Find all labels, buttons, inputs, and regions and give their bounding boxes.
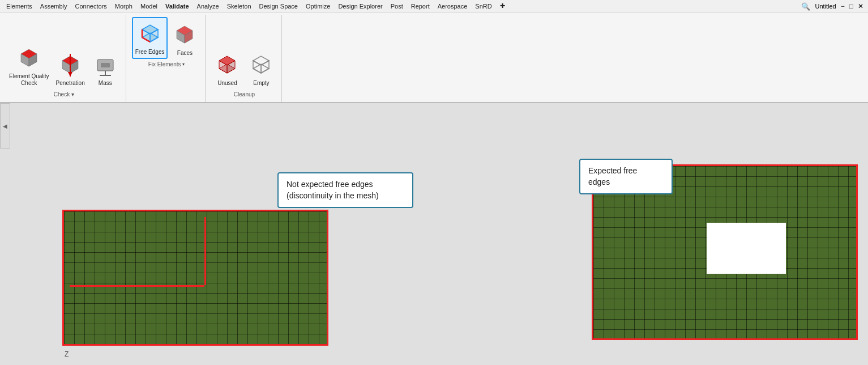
search-icon[interactable]: 🔍: [801, 2, 810, 11]
faces-icon: [171, 22, 198, 49]
mesh-left-grid: [62, 210, 328, 346]
mesh-hole: [707, 223, 786, 274]
discontinuity-horizontal-line: [70, 285, 204, 287]
free-edges-button[interactable]: Free Edges: [132, 17, 168, 59]
faces-label: Faces: [177, 50, 193, 57]
fix-elements-items: Free Edges Faces: [132, 17, 201, 59]
menu-design-space[interactable]: Design Space: [256, 2, 302, 11]
minimize-button[interactable]: −: [841, 2, 845, 10]
empty-button[interactable]: Empty: [245, 49, 277, 89]
mass-button[interactable]: Mass: [89, 49, 121, 89]
unused-button[interactable]: Unused: [211, 49, 243, 89]
fix-elements-group: Free Edges Faces Fix Elements ▾: [127, 15, 206, 102]
unused-label: Unused: [217, 80, 237, 87]
canvas-area: Not expected free edges (discontinuity i…: [0, 103, 868, 365]
menu-plus[interactable]: ✚: [497, 1, 508, 11]
menu-snrd[interactable]: SnRD: [472, 2, 495, 11]
menu-connectors[interactable]: Connectors: [72, 2, 110, 11]
callout-expected: Expected free edges: [579, 159, 673, 194]
menu-report[interactable]: Report: [408, 2, 433, 11]
penetration-button[interactable]: Penetration: [54, 49, 87, 89]
callout-expected-text: Expected free edges: [588, 166, 637, 186]
unused-icon: [213, 52, 241, 79]
menu-morph[interactable]: Morph: [112, 2, 136, 11]
check-group: Element QualityCheck Penetration: [2, 15, 126, 102]
mesh-left: [62, 210, 328, 346]
menu-optimize[interactable]: Optimize: [302, 2, 333, 11]
free-edges-icon: [136, 20, 164, 48]
svg-rect-11: [101, 63, 110, 67]
arrows-overlay: [0, 103, 170, 188]
ribbon: Element QualityCheck Penetration: [0, 12, 868, 103]
element-quality-label: Element QualityCheck: [9, 73, 49, 87]
fix-elements-dropdown-icon[interactable]: ▾: [182, 62, 185, 67]
svg-marker-9: [68, 72, 72, 77]
mass-label: Mass: [99, 80, 112, 87]
svg-marker-31: [261, 61, 269, 73]
check-group-label: Check ▾: [54, 91, 74, 100]
element-quality-button[interactable]: Element QualityCheck: [7, 43, 52, 89]
menu-post[interactable]: Post: [387, 2, 407, 11]
penetration-icon: [57, 52, 84, 79]
free-edges-label: Free Edges: [135, 49, 165, 56]
fix-elements-label: Fix Elements ▾: [148, 61, 185, 70]
discontinuity-vertical-line: [204, 217, 206, 285]
menu-design-explorer[interactable]: Design Explorer: [335, 2, 386, 11]
menu-elements[interactable]: Elements: [3, 2, 36, 11]
svg-marker-30: [253, 61, 261, 73]
element-quality-icon: [15, 45, 42, 72]
menu-aerospace[interactable]: Aerospace: [434, 2, 471, 11]
menu-validate[interactable]: Validate: [162, 2, 193, 11]
close-button[interactable]: ✕: [858, 2, 863, 10]
sidebar-collapse-icon: ◀: [3, 123, 7, 129]
empty-label: Empty: [253, 80, 269, 87]
menu-analyze[interactable]: Analyze: [194, 2, 223, 11]
cleanup-group: Unused Empty Cleanup: [207, 15, 282, 102]
top-right-controls: 🔍 Untitled − □ ✕: [801, 0, 868, 12]
menu-bar: Elements Assembly Connectors Morph Model…: [0, 0, 868, 12]
menu-skeleton[interactable]: Skeleton: [224, 2, 255, 11]
maximize-button[interactable]: □: [849, 2, 853, 10]
cleanup-group-label: Cleanup: [234, 91, 255, 100]
callout-not-expected: Not expected free edges (discontinuity i…: [277, 172, 413, 208]
empty-icon: [247, 52, 275, 79]
fix-elements-text: Fix Elements: [148, 61, 181, 67]
z-label: Z: [65, 350, 69, 358]
sidebar-collapse-button[interactable]: ◀: [0, 103, 10, 148]
menu-model[interactable]: Model: [137, 2, 161, 11]
callout-not-expected-text: Not expected free edges (discontinuity i…: [287, 180, 379, 200]
penetration-label: Penetration: [56, 80, 85, 87]
mass-icon: [92, 52, 119, 79]
check-group-items: Element QualityCheck Penetration: [7, 17, 121, 89]
cleanup-group-items: Unused Empty: [211, 17, 277, 89]
faces-button[interactable]: Faces: [169, 19, 200, 59]
title-label[interactable]: Untitled: [815, 3, 836, 10]
menu-assembly[interactable]: Assembly: [37, 2, 71, 11]
